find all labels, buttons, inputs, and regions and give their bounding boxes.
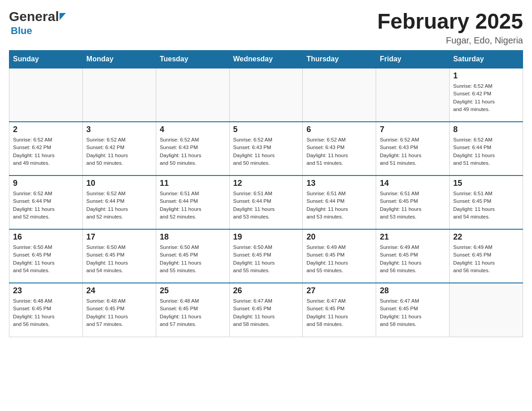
day-number: 3 xyxy=(86,125,152,134)
day-info: Sunrise: 6:51 AMSunset: 6:44 PMDaylight:… xyxy=(160,190,226,221)
weekday-header-saturday: Saturday xyxy=(450,51,523,68)
day-info: Sunrise: 6:47 AMSunset: 6:45 PMDaylight:… xyxy=(233,297,299,328)
calendar-week-row: 23Sunrise: 6:48 AMSunset: 6:45 PMDayligh… xyxy=(9,283,523,337)
calendar-cell xyxy=(82,68,156,122)
calendar-cell: 9Sunrise: 6:52 AMSunset: 6:44 PMDaylight… xyxy=(9,176,83,229)
calendar-cell: 22Sunrise: 6:49 AMSunset: 6:45 PMDayligh… xyxy=(450,229,523,283)
calendar-cell xyxy=(376,68,450,122)
calendar-cell: 6Sunrise: 6:52 AMSunset: 6:43 PMDaylight… xyxy=(303,122,376,176)
calendar-cell: 21Sunrise: 6:49 AMSunset: 6:45 PMDayligh… xyxy=(376,229,450,283)
day-info: Sunrise: 6:50 AMSunset: 6:45 PMDaylight:… xyxy=(86,244,152,274)
day-number: 8 xyxy=(453,125,519,134)
calendar-cell: 27Sunrise: 6:47 AMSunset: 6:45 PMDayligh… xyxy=(303,283,376,337)
calendar-cell: 15Sunrise: 6:51 AMSunset: 6:45 PMDayligh… xyxy=(450,176,523,229)
calendar-week-row: 2Sunrise: 6:52 AMSunset: 6:42 PMDaylight… xyxy=(9,122,523,176)
calendar-body: 1Sunrise: 6:52 AMSunset: 6:42 PMDaylight… xyxy=(9,68,523,337)
day-number: 15 xyxy=(453,179,519,188)
day-number: 21 xyxy=(380,232,446,242)
day-info: Sunrise: 6:47 AMSunset: 6:45 PMDaylight:… xyxy=(380,297,446,328)
day-number: 19 xyxy=(233,232,299,242)
day-number: 28 xyxy=(380,286,446,295)
weekday-header-row: SundayMondayTuesdayWednesdayThursdayFrid… xyxy=(9,51,523,68)
day-number: 5 xyxy=(233,125,299,134)
day-info: Sunrise: 6:52 AMSunset: 6:44 PMDaylight:… xyxy=(86,190,152,221)
calendar-cell: 8Sunrise: 6:52 AMSunset: 6:44 PMDaylight… xyxy=(450,122,523,176)
calendar-cell: 10Sunrise: 6:52 AMSunset: 6:44 PMDayligh… xyxy=(82,176,156,229)
day-info: Sunrise: 6:52 AMSunset: 6:44 PMDaylight:… xyxy=(13,190,79,221)
calendar-cell: 3Sunrise: 6:52 AMSunset: 6:42 PMDaylight… xyxy=(82,122,156,176)
calendar-cell: 24Sunrise: 6:48 AMSunset: 6:45 PMDayligh… xyxy=(82,283,156,337)
location: Fugar, Edo, Nigeria xyxy=(377,35,523,46)
calendar-cell xyxy=(9,68,83,122)
logo-general-text: General xyxy=(9,9,59,24)
day-info: Sunrise: 6:52 AMSunset: 6:44 PMDaylight:… xyxy=(453,136,519,167)
month-title: February 2025 xyxy=(377,9,523,34)
weekday-header-monday: Monday xyxy=(82,51,156,68)
calendar-cell: 11Sunrise: 6:51 AMSunset: 6:44 PMDayligh… xyxy=(156,176,229,229)
day-info: Sunrise: 6:50 AMSunset: 6:45 PMDaylight:… xyxy=(233,244,299,274)
day-number: 7 xyxy=(380,125,446,134)
day-info: Sunrise: 6:52 AMSunset: 6:42 PMDaylight:… xyxy=(86,136,152,167)
logo-blue-text: Blue xyxy=(11,25,32,37)
calendar-cell: 5Sunrise: 6:52 AMSunset: 6:43 PMDaylight… xyxy=(229,122,303,176)
weekday-header-thursday: Thursday xyxy=(303,51,376,68)
day-info: Sunrise: 6:50 AMSunset: 6:45 PMDaylight:… xyxy=(160,244,226,274)
day-number: 17 xyxy=(86,232,152,242)
day-info: Sunrise: 6:48 AMSunset: 6:45 PMDaylight:… xyxy=(13,297,79,328)
calendar-cell: 23Sunrise: 6:48 AMSunset: 6:45 PMDayligh… xyxy=(9,283,83,337)
day-number: 11 xyxy=(160,179,226,188)
day-info: Sunrise: 6:48 AMSunset: 6:45 PMDaylight:… xyxy=(160,297,226,328)
day-info: Sunrise: 6:52 AMSunset: 6:43 PMDaylight:… xyxy=(233,136,299,167)
day-info: Sunrise: 6:51 AMSunset: 6:45 PMDaylight:… xyxy=(453,190,519,221)
calendar-cell: 13Sunrise: 6:51 AMSunset: 6:44 PMDayligh… xyxy=(303,176,376,229)
day-info: Sunrise: 6:52 AMSunset: 6:43 PMDaylight:… xyxy=(306,136,372,167)
day-info: Sunrise: 6:49 AMSunset: 6:45 PMDaylight:… xyxy=(453,244,519,274)
logo-triangle-icon xyxy=(60,13,66,20)
day-info: Sunrise: 6:50 AMSunset: 6:45 PMDaylight:… xyxy=(13,244,79,274)
day-info: Sunrise: 6:52 AMSunset: 6:43 PMDaylight:… xyxy=(160,136,226,167)
logo: General Blue xyxy=(9,9,66,37)
calendar-week-row: 9Sunrise: 6:52 AMSunset: 6:44 PMDaylight… xyxy=(9,176,523,229)
weekday-header-wednesday: Wednesday xyxy=(229,51,303,68)
day-info: Sunrise: 6:51 AMSunset: 6:44 PMDaylight:… xyxy=(306,190,372,221)
calendar-cell: 7Sunrise: 6:52 AMSunset: 6:43 PMDaylight… xyxy=(376,122,450,176)
calendar-cell: 28Sunrise: 6:47 AMSunset: 6:45 PMDayligh… xyxy=(376,283,450,337)
weekday-header-tuesday: Tuesday xyxy=(156,51,229,68)
day-number: 25 xyxy=(160,286,226,295)
calendar-cell: 12Sunrise: 6:51 AMSunset: 6:44 PMDayligh… xyxy=(229,176,303,229)
day-number: 6 xyxy=(306,125,372,134)
day-number: 12 xyxy=(233,179,299,188)
calendar-cell: 1Sunrise: 6:52 AMSunset: 6:42 PMDaylight… xyxy=(450,68,523,122)
day-info: Sunrise: 6:51 AMSunset: 6:44 PMDaylight:… xyxy=(233,190,299,221)
calendar-cell: 19Sunrise: 6:50 AMSunset: 6:45 PMDayligh… xyxy=(229,229,303,283)
calendar-cell: 16Sunrise: 6:50 AMSunset: 6:45 PMDayligh… xyxy=(9,229,83,283)
calendar-cell: 25Sunrise: 6:48 AMSunset: 6:45 PMDayligh… xyxy=(156,283,229,337)
calendar-cell: 20Sunrise: 6:49 AMSunset: 6:45 PMDayligh… xyxy=(303,229,376,283)
day-number: 16 xyxy=(13,232,79,242)
day-number: 18 xyxy=(160,232,226,242)
day-info: Sunrise: 6:49 AMSunset: 6:45 PMDaylight:… xyxy=(380,244,446,274)
weekday-header-friday: Friday xyxy=(376,51,450,68)
calendar-cell xyxy=(450,283,523,337)
day-info: Sunrise: 6:52 AMSunset: 6:42 PMDaylight:… xyxy=(453,82,519,113)
day-number: 10 xyxy=(86,179,152,188)
day-number: 24 xyxy=(86,286,152,295)
day-number: 13 xyxy=(306,179,372,188)
day-info: Sunrise: 6:47 AMSunset: 6:45 PMDaylight:… xyxy=(306,297,372,328)
title-block: February 2025 Fugar, Edo, Nigeria xyxy=(377,9,523,46)
day-number: 4 xyxy=(160,125,226,134)
calendar-cell: 18Sunrise: 6:50 AMSunset: 6:45 PMDayligh… xyxy=(156,229,229,283)
calendar-cell xyxy=(303,68,376,122)
calendar-week-row: 1Sunrise: 6:52 AMSunset: 6:42 PMDaylight… xyxy=(9,68,523,122)
day-number: 23 xyxy=(13,286,79,295)
day-info: Sunrise: 6:52 AMSunset: 6:43 PMDaylight:… xyxy=(380,136,446,167)
calendar-table: SundayMondayTuesdayWednesdayThursdayFrid… xyxy=(9,50,523,337)
calendar-cell: 2Sunrise: 6:52 AMSunset: 6:42 PMDaylight… xyxy=(9,122,83,176)
calendar-header: SundayMondayTuesdayWednesdayThursdayFrid… xyxy=(9,51,523,68)
page-header: General Blue February 2025 Fugar, Edo, N… xyxy=(9,9,523,46)
calendar-week-row: 16Sunrise: 6:50 AMSunset: 6:45 PMDayligh… xyxy=(9,229,523,283)
day-number: 27 xyxy=(306,286,372,295)
day-number: 2 xyxy=(13,125,79,134)
weekday-header-sunday: Sunday xyxy=(9,51,83,68)
day-number: 1 xyxy=(453,71,519,81)
